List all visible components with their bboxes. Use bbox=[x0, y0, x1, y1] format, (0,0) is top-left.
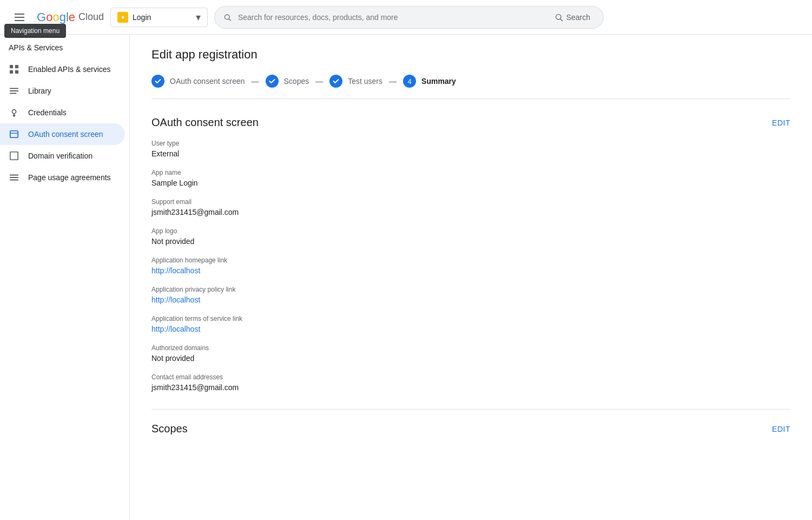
stepper: OAuth consent screen — Scopes — bbox=[151, 75, 790, 99]
google-logo: Google Cloud bbox=[37, 10, 104, 24]
svg-rect-21 bbox=[10, 180, 18, 181]
sidebar-item-page-usage[interactable]: Page usage agreements bbox=[0, 167, 125, 188]
sidebar-label-page-usage: Page usage agreements bbox=[28, 173, 111, 182]
sidebar: APIs & Services Enabled APIs & services … bbox=[0, 35, 130, 520]
field-label: App logo bbox=[151, 227, 790, 235]
field-group: Application privacy policy linkhttp://lo… bbox=[151, 286, 790, 304]
svg-rect-16 bbox=[10, 131, 18, 138]
sidebar-label-oauth-consent: OAuth consent screen bbox=[28, 130, 103, 139]
svg-rect-19 bbox=[10, 175, 18, 176]
svg-line-7 bbox=[560, 19, 563, 21]
google-logo-text: Google bbox=[37, 10, 75, 24]
sidebar-label-library: Library bbox=[28, 87, 51, 95]
logo-g: G bbox=[37, 10, 46, 24]
field-group: Authorized domainsNot provided bbox=[151, 344, 790, 363]
step-3-label: Test users bbox=[348, 77, 382, 85]
field-label: User type bbox=[151, 140, 790, 147]
field-group: Application homepage linkhttp://localhos… bbox=[151, 256, 790, 275]
field-label: Support email bbox=[151, 198, 790, 206]
project-name: Login bbox=[133, 13, 192, 22]
dropdown-arrow-icon: ▾ bbox=[196, 11, 201, 23]
step-4-label: Summary bbox=[421, 77, 456, 85]
sidebar-item-domain-verification[interactable]: Domain verification bbox=[0, 145, 125, 167]
field-value: http://localhost bbox=[151, 266, 790, 275]
search-button-label: Search bbox=[566, 13, 590, 22]
svg-rect-18 bbox=[10, 152, 18, 160]
svg-rect-11 bbox=[15, 70, 18, 74]
search-bar: Search bbox=[214, 6, 604, 29]
topbar-left: Navigation menu Google Cloud Login ▾ bbox=[9, 6, 208, 28]
grid-icon bbox=[9, 64, 19, 75]
oauth-consent-section: OAuth consent screen EDIT User typeExter… bbox=[151, 116, 790, 392]
library-icon bbox=[9, 85, 19, 96]
checkmark-icon-3 bbox=[332, 77, 340, 85]
field-value: http://localhost bbox=[151, 295, 790, 304]
svg-rect-2 bbox=[15, 20, 24, 21]
search-btn-icon bbox=[554, 13, 563, 22]
topbar: Navigation menu Google Cloud Login ▾ bbox=[0, 0, 812, 35]
field-label: Application terms of service link bbox=[151, 315, 790, 322]
field-value: jsmith231415@gmail.com bbox=[151, 383, 790, 392]
project-icon bbox=[117, 12, 128, 23]
step-1-label: OAuth consent screen bbox=[170, 77, 245, 85]
scopes-edit-button[interactable]: EDIT bbox=[772, 425, 790, 433]
sidebar-label-credentials: Credentials bbox=[28, 108, 67, 117]
step-3: Test users bbox=[329, 75, 382, 88]
oauth-icon bbox=[9, 129, 19, 140]
field-group: User typeExternal bbox=[151, 140, 790, 158]
svg-rect-0 bbox=[15, 14, 24, 15]
field-label: Application privacy policy link bbox=[151, 286, 790, 293]
sidebar-label-domain-verification: Domain verification bbox=[28, 152, 93, 160]
search-icon bbox=[223, 12, 232, 22]
sidebar-item-credentials[interactable]: Credentials bbox=[0, 102, 125, 123]
svg-point-15 bbox=[12, 110, 16, 114]
credentials-icon bbox=[9, 107, 19, 118]
scopes-section: Scopes EDIT bbox=[151, 423, 790, 435]
field-group: Application terms of service linkhttp://… bbox=[151, 315, 790, 333]
search-input[interactable] bbox=[238, 13, 544, 22]
step-2: Scopes bbox=[266, 75, 309, 88]
field-value: Not provided bbox=[151, 354, 790, 363]
step-3-icon bbox=[329, 75, 342, 88]
field-value: Sample Login bbox=[151, 179, 790, 187]
sidebar-item-oauth-consent[interactable]: OAuth consent screen bbox=[0, 123, 125, 145]
svg-rect-13 bbox=[10, 90, 18, 91]
page-usage-icon bbox=[9, 172, 19, 183]
step-divider-1: — bbox=[252, 77, 259, 85]
field-group: Contact email addressesjsmith231415@gmai… bbox=[151, 373, 790, 392]
field-label: Application homepage link bbox=[151, 256, 790, 264]
step-2-label: Scopes bbox=[284, 77, 309, 85]
field-group: App logoNot provided bbox=[151, 227, 790, 246]
section-divider bbox=[151, 409, 790, 410]
svg-rect-1 bbox=[15, 17, 24, 18]
field-value: External bbox=[151, 149, 790, 158]
field-label: App name bbox=[151, 169, 790, 176]
oauth-fields-container: User typeExternalApp nameSample LoginSup… bbox=[151, 140, 790, 392]
svg-line-5 bbox=[229, 18, 230, 20]
domain-icon bbox=[9, 150, 19, 161]
sidebar-item-enabled-apis[interactable]: Enabled APIs & services bbox=[0, 58, 125, 80]
sidebar-product-title: APIs & Services bbox=[0, 39, 129, 58]
step-divider-3: — bbox=[389, 77, 397, 85]
checkmark-icon-2 bbox=[268, 77, 276, 85]
cloud-text: Cloud bbox=[78, 11, 104, 23]
svg-rect-20 bbox=[10, 177, 18, 178]
step-4-icon: 4 bbox=[403, 75, 416, 88]
sidebar-label-enabled-apis: Enabled APIs & services bbox=[28, 65, 111, 74]
checkmark-icon-1 bbox=[154, 77, 162, 85]
svg-rect-12 bbox=[10, 88, 18, 89]
svg-rect-8 bbox=[10, 65, 13, 68]
field-value: http://localhost bbox=[151, 325, 790, 333]
scopes-section-header: Scopes EDIT bbox=[151, 423, 790, 435]
field-value: Not provided bbox=[151, 237, 790, 246]
svg-rect-9 bbox=[15, 65, 18, 68]
step-1-icon bbox=[151, 75, 164, 88]
page-title: Edit app registration bbox=[151, 48, 790, 62]
search-button[interactable]: Search bbox=[550, 11, 595, 24]
step-1: OAuth consent screen bbox=[151, 75, 245, 88]
oauth-edit-button[interactable]: EDIT bbox=[772, 119, 790, 127]
field-label: Contact email addresses bbox=[151, 373, 790, 381]
sidebar-item-library[interactable]: Library bbox=[0, 80, 125, 102]
step-2-icon bbox=[266, 75, 279, 88]
project-selector[interactable]: Login ▾ bbox=[110, 8, 208, 27]
